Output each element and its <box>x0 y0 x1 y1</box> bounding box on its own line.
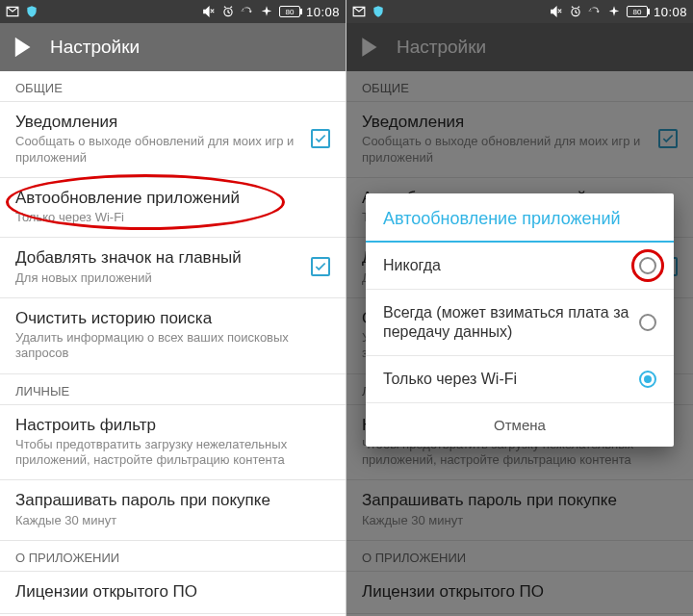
autoupdate-dialog: Автообновление приложений Никогда Всегда… <box>366 193 674 447</box>
row-subtitle: Сообщать о выходе обновлений для моих иг… <box>15 134 299 166</box>
row-title: Лицензии открытого ПО <box>15 581 330 602</box>
row-subtitle: Только через Wi-Fi <box>15 210 330 225</box>
screen-right: 80 10:08 Настройки ОБЩИЕ Уведомления Соо… <box>346 0 693 616</box>
dialog-title: Автообновление приложений <box>366 193 674 243</box>
volume-mute-icon <box>550 5 563 18</box>
status-time: 10:08 <box>654 5 687 19</box>
row-title: Уведомления <box>15 112 299 132</box>
page-title: Настройки <box>50 37 140 58</box>
row-license[interactable]: Лицензии открытого ПО <box>0 572 346 614</box>
battery-icon: 80 <box>627 6 648 17</box>
row-title: Очистить историю поиска <box>15 308 330 328</box>
battery-icon: 80 <box>279 6 300 17</box>
screen-left: 80 10:08 Настройки ОБЩИЕ Уведомления Соо… <box>0 0 346 616</box>
row-clearsearch[interactable]: Очистить историю поиска Удалить информац… <box>0 298 346 374</box>
row-title: Добавлять значок на главный <box>15 247 299 268</box>
dialog-option-never[interactable]: Никогда <box>366 243 674 290</box>
airplane-icon <box>260 5 273 18</box>
section-general: ОБЩИЕ <box>0 71 346 102</box>
shield-icon <box>372 5 385 18</box>
row-notifications[interactable]: Уведомления Сообщать о выходе обновлений… <box>0 102 346 178</box>
radio-always[interactable] <box>639 314 656 331</box>
status-bar: 80 10:08 <box>0 0 346 23</box>
radio-wifi[interactable] <box>639 371 656 388</box>
row-subtitle: Чтобы предотвратить загрузку нежелательн… <box>15 437 330 469</box>
dialog-overlay[interactable]: Автообновление приложений Никогда Всегда… <box>346 23 693 616</box>
alarm-icon <box>221 5 235 18</box>
row-title: Автообновление приложений <box>15 188 330 208</box>
sync-icon <box>588 5 602 18</box>
email-icon <box>352 5 366 18</box>
status-bar: 80 10:08 <box>346 0 693 23</box>
radio-never[interactable] <box>639 257 656 274</box>
checkbox-notifications[interactable] <box>311 129 330 148</box>
section-personal: ЛИЧНЫЕ <box>0 374 346 405</box>
status-time: 10:08 <box>306 5 340 19</box>
row-password[interactable]: Запрашивать пароль при покупке Каждые 30… <box>0 480 346 541</box>
row-title: Запрашивать пароль при покупке <box>15 490 330 510</box>
row-autoupdate[interactable]: Автообновление приложений Только через W… <box>0 178 346 239</box>
row-filter[interactable]: Настроить фильтр Чтобы предотвратить заг… <box>0 405 346 481</box>
row-subtitle: Каждые 30 минут <box>15 513 330 528</box>
airplane-icon <box>607 5 621 18</box>
row-subtitle: Для новых приложений <box>15 270 299 286</box>
dialog-option-wifi[interactable]: Только через Wi-Fi <box>366 356 674 403</box>
row-addicon[interactable]: Добавлять значок на главный Для новых пр… <box>0 238 346 298</box>
settings-list: ОБЩИЕ Уведомления Сообщать о выходе обно… <box>0 71 346 616</box>
shield-icon <box>25 5 38 18</box>
action-bar: Настройки <box>0 23 346 71</box>
sync-icon <box>241 5 254 18</box>
play-store-icon[interactable] <box>12 35 37 60</box>
section-about: О ПРИЛОЖЕНИИ <box>0 541 346 572</box>
volume-mute-icon <box>202 5 216 18</box>
dialog-cancel-button[interactable]: Отмена <box>366 403 674 447</box>
email-icon <box>6 5 19 18</box>
row-subtitle: Удалить информацию о всех ваших поисковы… <box>15 330 330 362</box>
row-title: Настроить фильтр <box>15 415 330 435</box>
checkbox-addicon[interactable] <box>311 257 330 276</box>
dialog-option-always[interactable]: Всегда (может взиматься плата за передач… <box>366 290 674 356</box>
alarm-icon <box>569 5 582 18</box>
